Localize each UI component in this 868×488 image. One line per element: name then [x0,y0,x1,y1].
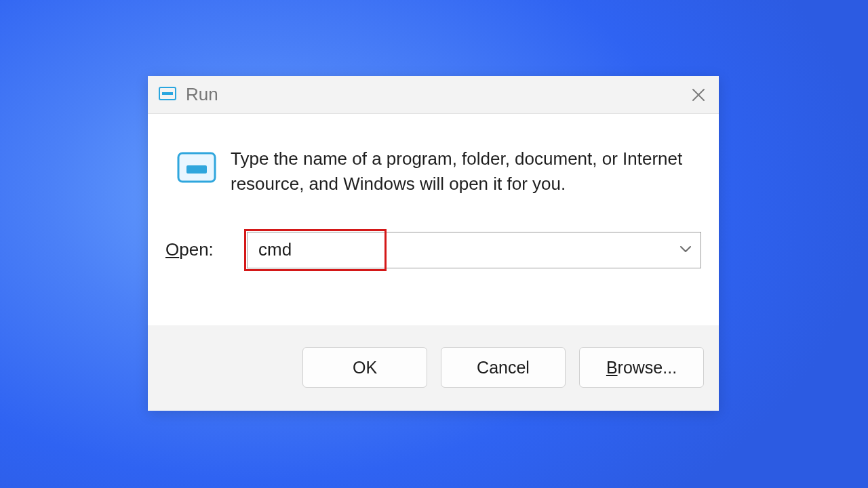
open-combobox[interactable] [247,232,701,268]
run-app-icon [159,87,176,103]
cancel-button[interactable]: Cancel [441,347,566,388]
ok-button[interactable]: OK [302,347,427,388]
open-input[interactable] [247,232,701,268]
close-button[interactable] [690,87,707,103]
dialog-body: Type the name of a program, folder, docu… [148,114,719,325]
open-label: Open: [165,239,237,260]
dialog-description: Type the name of a program, folder, docu… [231,146,701,197]
browse-button[interactable]: Browse... [579,347,704,388]
svg-rect-1 [162,92,173,95]
run-dialog: Run Type the name of a program, folder, … [148,76,719,411]
run-large-icon [165,146,231,187]
dialog-title: Run [186,84,218,105]
dialog-footer: OK Cancel Browse... [148,325,719,411]
svg-rect-2 [186,165,207,174]
desktop-background: Run Type the name of a program, folder, … [0,0,868,488]
titlebar: Run [148,76,719,114]
